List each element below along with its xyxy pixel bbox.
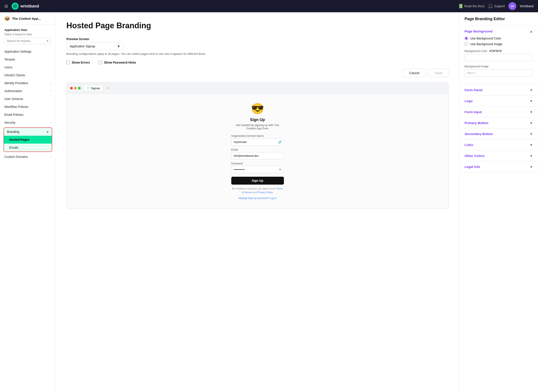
- sidebar-item-user-schema[interactable]: User Schema: [0, 95, 56, 103]
- app-name: The Coolest App...: [12, 17, 41, 20]
- section-links-label: Links: [464, 143, 473, 147]
- tenant-search-input[interactable]: [7, 39, 45, 42]
- chevron-down-icon: ▼: [530, 132, 533, 136]
- login-link[interactable]: Already have an account? Log In: [231, 197, 284, 200]
- use-bg-image-input[interactable]: [464, 42, 468, 46]
- tab-icon: 🛡: [87, 86, 90, 90]
- new-tab-button[interactable]: +: [107, 86, 108, 90]
- section-form-input-label: Form Input: [464, 110, 482, 114]
- section-page-background: Page Background ▲ Use Background Color U…: [459, 26, 538, 85]
- chevron-down-icon: ▼: [530, 88, 533, 92]
- logo-icon: [12, 3, 19, 10]
- show-errors-checkbox[interactable]: Show Errors: [66, 61, 90, 64]
- chevron-right-icon: ›: [51, 82, 51, 85]
- book-icon: 📗: [458, 4, 463, 9]
- preview-label: Preview Screen: [66, 37, 449, 41]
- sidebar-item-identity-providers[interactable]: Identity Providers ›: [0, 79, 56, 87]
- bg-image-label: Background Image: [464, 65, 533, 68]
- sidebar-item-branding[interactable]: Branding ∨: [4, 128, 52, 136]
- bg-image-input[interactable]: [464, 69, 533, 76]
- grid-icon[interactable]: ⊞: [4, 4, 8, 9]
- sidebar-item-authorization[interactable]: Authorization ›: [0, 87, 56, 95]
- signup-title: Sign Up: [250, 117, 265, 122]
- chevron-down-icon: ▼: [530, 110, 533, 114]
- email-label: Email: [231, 148, 284, 151]
- use-bg-image-radio[interactable]: Use Background Image: [464, 42, 533, 46]
- org-domain-group: Organization Domain Name 🔗: [231, 134, 284, 145]
- tenant-search[interactable]: ▼: [4, 38, 51, 44]
- email-wrap: [231, 152, 284, 159]
- show-password-hints-input[interactable]: [99, 61, 102, 64]
- section-secondary-button: Secondary Button ▼: [459, 128, 538, 140]
- chevron-right-icon: ›: [51, 89, 51, 93]
- checkboxes-row: Show Errors Show Password Hints: [66, 61, 449, 64]
- avatar[interactable]: JV: [508, 2, 516, 10]
- email-input[interactable]: [231, 152, 284, 159]
- cancel-button[interactable]: Cancel: [403, 69, 426, 77]
- section-legal-info: Legal Info ▼: [459, 161, 538, 172]
- sidebar-item-application-settings[interactable]: Application Settings: [0, 47, 56, 56]
- bg-color-input[interactable]: [464, 54, 533, 61]
- section-logo-header[interactable]: Logo ▼: [459, 96, 538, 106]
- main-content: Hosted Page Branding Preview Screen Appl…: [56, 12, 459, 392]
- section-primary-button-header[interactable]: Primary Button ▼: [459, 117, 538, 128]
- show-errors-input[interactable]: [66, 61, 70, 64]
- section-page-background-header[interactable]: Page Background ▲: [459, 26, 538, 37]
- page-title: Hosted Page Branding: [66, 21, 449, 30]
- org-domain-input[interactable]: [231, 138, 284, 145]
- password-label: Password: [231, 162, 284, 165]
- password-input[interactable]: [231, 166, 284, 173]
- chevron-down-icon: ▼: [530, 165, 533, 169]
- section-form-input: Form Input ▼: [459, 107, 538, 117]
- org-domain-label: Organization Domain Name: [231, 134, 284, 137]
- chevron-down-icon: ▼: [530, 154, 533, 158]
- sidebar-item-custom-domains[interactable]: Custom Domains ›: [0, 153, 56, 161]
- section-form-input-header[interactable]: Form Input ▼: [459, 107, 538, 117]
- save-button[interactable]: Save: [428, 69, 449, 77]
- support-button[interactable]: 🎧 Support: [488, 4, 505, 9]
- eye-icon[interactable]: 👁: [279, 168, 282, 172]
- chevron-down-icon: ▼: [530, 143, 533, 147]
- use-bg-color-input[interactable]: [464, 37, 468, 40]
- right-panel-title: Page Branding Editor: [459, 12, 538, 26]
- section-other-colors-header[interactable]: Other Colors ▼: [459, 150, 538, 161]
- signup-emoji: 😎: [251, 103, 264, 115]
- read-docs-button[interactable]: 📗 Read the Docs: [458, 4, 485, 9]
- browser-dots: [70, 87, 81, 89]
- sidebar-item-email-policies[interactable]: Email Policies: [0, 111, 56, 119]
- sidebar-item-oauth2-clients[interactable]: OAuth2 Clients: [0, 71, 56, 79]
- show-password-hints-checkbox[interactable]: Show Password Hints: [99, 61, 136, 64]
- sidebar-item-emails[interactable]: Emails: [4, 144, 52, 151]
- chevron-right-icon: ›: [51, 155, 51, 158]
- sidebar-item-users[interactable]: Users: [0, 63, 56, 71]
- sidebar-item-workflow-policies[interactable]: Workflow Policies: [0, 103, 56, 111]
- signup-button[interactable]: Sign Up: [231, 177, 284, 185]
- bg-color-value: #FBFBFB: [489, 49, 502, 53]
- section-page-background-body: Use Background Color Use Background Imag…: [459, 37, 538, 84]
- password-wrap: 👁: [231, 166, 284, 173]
- section-legal-info-header[interactable]: Legal Info ▼: [459, 161, 538, 172]
- action-buttons: Cancel Save: [66, 69, 449, 77]
- section-secondary-button-header[interactable]: Secondary Button ▼: [459, 128, 538, 139]
- branding-group: Branding ∨ Hosted Pages Emails: [4, 127, 52, 152]
- section-page-background-label: Page Background: [464, 29, 493, 33]
- tenant-subtitle: Select a Tenant to View:: [4, 33, 51, 36]
- use-bg-color-radio[interactable]: Use Background Color: [464, 37, 533, 40]
- browser-dot-yellow: [74, 87, 77, 89]
- section-other-colors-label: Other Colors: [464, 154, 485, 158]
- section-links-header[interactable]: Links ▼: [459, 140, 538, 150]
- section-links: Links ▼: [459, 140, 538, 150]
- sidebar-item-hosted-pages[interactable]: Hosted Pages: [4, 136, 52, 144]
- preview-screen-dropdown[interactable]: Application Signup ▼: [66, 42, 123, 50]
- dropdown-chevron-icon: ▼: [117, 45, 120, 48]
- sidebar-item-security[interactable]: Security ›: [0, 119, 56, 126]
- sidebar-item-tenants[interactable]: Tenants: [0, 56, 56, 63]
- browser-mockup: 🛡 Signup + 😎 Sign Up Get started by sign…: [66, 82, 449, 209]
- right-panel: Page Branding Editor Page Background ▲ U…: [459, 12, 538, 392]
- privacy-link[interactable]: Privacy Policy: [258, 191, 273, 194]
- section-logo-label: Logo: [464, 99, 473, 103]
- application-view-section: Application View Select a Tenant to View…: [0, 25, 56, 46]
- section-logo: Logo ▼: [459, 96, 538, 107]
- section-form-panel-header[interactable]: Form Panel ▼: [459, 85, 538, 95]
- headset-icon: 🎧: [488, 4, 493, 9]
